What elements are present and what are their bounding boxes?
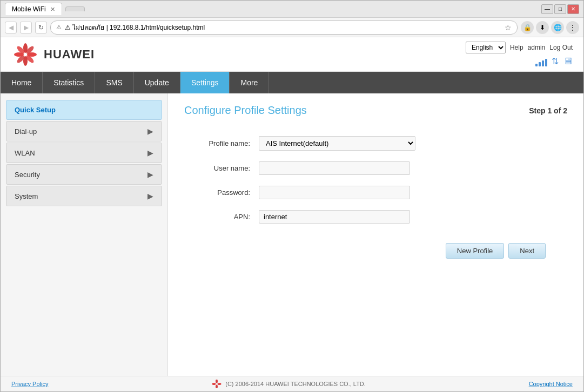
- nav-settings[interactable]: Settings: [180, 72, 230, 93]
- bar-3: [542, 60, 544, 66]
- window-controls: — □ ✕: [541, 4, 579, 14]
- tabs-area: Mobile WiFi ✕: [5, 3, 85, 15]
- menu-button[interactable]: ⋮: [566, 21, 579, 34]
- logo-area: HUAWEI: [11, 43, 95, 66]
- profile-name-cell: AIS Internet(default): [254, 134, 567, 153]
- signal-icons-area: ⇅ 🖥: [535, 56, 573, 67]
- huawei-logo-icon: [11, 43, 39, 66]
- password-input[interactable]: [259, 186, 410, 199]
- copyright-text: (C) 2006-2014 HUAWEI TECHNOLOGIES CO., L…: [225, 381, 366, 387]
- next-button[interactable]: Next: [508, 243, 546, 259]
- sidebar-item-system[interactable]: System ▶: [6, 186, 162, 206]
- url-input[interactable]: [65, 24, 501, 31]
- profile-form: Profile name: AIS Internet(default) User…: [184, 127, 567, 232]
- password-cell: [254, 184, 567, 201]
- new-profile-button[interactable]: New Profile: [446, 243, 504, 259]
- form-row-username: User name:: [184, 159, 567, 177]
- sidebar-item-quicksetup[interactable]: Quick Setup: [6, 100, 162, 120]
- bar-2: [539, 62, 541, 66]
- admin-label: admin: [528, 44, 546, 51]
- back-button[interactable]: ◀: [5, 22, 17, 33]
- page-header: HUAWEI English Help admin Log Out: [1, 37, 583, 72]
- step-indicator: Step 1 of 2: [529, 106, 567, 115]
- button-row: New Profile Next: [184, 243, 567, 259]
- minimize-button[interactable]: —: [541, 4, 553, 14]
- apn-cell: [254, 208, 567, 226]
- data-transfer-icon: ⇅: [552, 56, 559, 66]
- chevron-right-icon: ▶: [147, 127, 153, 136]
- privacy-policy-link[interactable]: Privacy Policy: [11, 381, 48, 387]
- copyright-notice-link[interactable]: Copyright Notice: [529, 381, 573, 387]
- main-nav: Home Statistics SMS Update Settings More: [1, 72, 583, 93]
- brand-name: HUAWEI: [44, 48, 95, 62]
- sidebar-item-dialup[interactable]: Dial-up ▶: [6, 121, 162, 141]
- footer-logo-icon: [211, 380, 222, 388]
- monitor-icon: 🖥: [563, 56, 573, 67]
- reload-button[interactable]: ↻: [35, 22, 47, 33]
- main-layout: Quick Setup Dial-up ▶ WLAN ▶ Security ▶ …: [1, 93, 583, 376]
- form-row-profile-name: Profile name: AIS Internet(default): [184, 134, 567, 153]
- apn-label: APN:: [184, 208, 254, 226]
- address-bar[interactable]: ⚠ ☆: [50, 21, 518, 35]
- nav-update[interactable]: Update: [134, 72, 180, 93]
- svg-point-11: [212, 383, 216, 385]
- page-footer: Privacy Policy (C) 2006-2014 HUAWEI TECH…: [1, 376, 583, 391]
- tab-close-button[interactable]: ✕: [50, 6, 55, 13]
- browser-actions: 🔒 ⬇ 🌐 ⋮: [521, 21, 579, 34]
- header-top-controls: English Help admin Log Out: [466, 42, 573, 53]
- close-button[interactable]: ✕: [567, 4, 579, 14]
- active-tab[interactable]: Mobile WiFi ✕: [5, 3, 62, 15]
- content-area: Configure Profile Settings Step 1 of 2 P…: [168, 93, 583, 376]
- chevron-right-icon: ▶: [147, 148, 153, 157]
- extension-btn-1[interactable]: 🔒: [521, 21, 534, 34]
- nav-more[interactable]: More: [230, 72, 269, 93]
- profile-name-select[interactable]: AIS Internet(default): [259, 136, 415, 151]
- chevron-right-icon: ▶: [147, 192, 153, 200]
- svg-point-10: [216, 385, 218, 389]
- svg-point-9: [218, 383, 221, 385]
- username-input[interactable]: [259, 161, 410, 175]
- bar-1: [535, 64, 538, 66]
- page-title: Configure Profile Settings: [184, 104, 307, 117]
- bookmark-icon[interactable]: ☆: [505, 23, 512, 32]
- profile-name-label: Profile name:: [184, 134, 254, 153]
- sidebar-item-wlan[interactable]: WLAN ▶: [6, 143, 162, 163]
- browser-window: Mobile WiFi ✕ — □ ✕ ◀ ▶ ↻ ⚠ ☆ 🔒 ⬇ 🌐 ⋮: [0, 0, 584, 392]
- language-selector[interactable]: English: [466, 42, 506, 53]
- sidebar: Quick Setup Dial-up ▶ WLAN ▶ Security ▶ …: [1, 93, 168, 376]
- nav-sms[interactable]: SMS: [95, 72, 133, 93]
- chevron-right-icon: ▶: [147, 170, 153, 179]
- form-row-password: Password:: [184, 184, 567, 201]
- nav-statistics[interactable]: Statistics: [43, 72, 95, 93]
- maximize-button[interactable]: □: [554, 4, 566, 14]
- page-content: HUAWEI English Help admin Log Out: [1, 37, 583, 391]
- browser-nav-bar: ◀ ▶ ↻ ⚠ ☆ 🔒 ⬇ 🌐 ⋮: [1, 18, 583, 37]
- footer-logo-area: (C) 2006-2014 HUAWEI TECHNOLOGIES CO., L…: [211, 380, 366, 388]
- svg-point-8: [216, 380, 218, 383]
- form-row-apn: APN:: [184, 208, 567, 226]
- new-tab-button[interactable]: [65, 6, 85, 11]
- tab-title: Mobile WiFi: [12, 5, 46, 13]
- bar-4: [545, 59, 547, 66]
- nav-home[interactable]: Home: [1, 72, 43, 93]
- security-icon: ⚠: [56, 24, 62, 31]
- title-bar: Mobile WiFi ✕ — □ ✕: [1, 1, 583, 18]
- username-label: User name:: [184, 159, 254, 177]
- apn-input[interactable]: [259, 210, 410, 224]
- logout-link[interactable]: Log Out: [549, 44, 573, 51]
- password-label: Password:: [184, 184, 254, 201]
- username-cell: [254, 159, 567, 177]
- extension-btn-3[interactable]: 🌐: [551, 21, 564, 34]
- forward-button[interactable]: ▶: [20, 22, 32, 33]
- help-link[interactable]: Help: [510, 44, 523, 51]
- signal-strength-icon: [535, 57, 547, 66]
- header-right: English Help admin Log Out ⇅ 🖥: [466, 42, 573, 67]
- sidebar-item-security[interactable]: Security ▶: [6, 164, 162, 185]
- extension-btn-2[interactable]: ⬇: [536, 21, 549, 34]
- content-header: Configure Profile Settings Step 1 of 2: [184, 104, 567, 117]
